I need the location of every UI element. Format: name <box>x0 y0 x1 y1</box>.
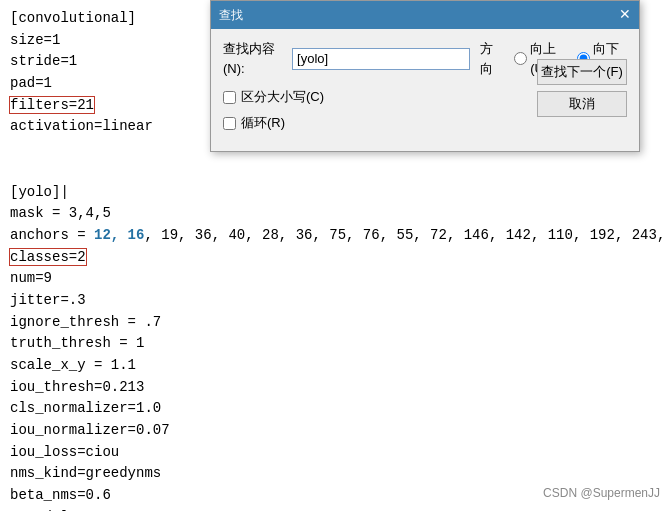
anchors-blue: 12, 16 <box>94 227 144 243</box>
code-line-8 <box>10 160 660 182</box>
code-line-15: ignore_thresh = .7 <box>10 312 660 334</box>
code-line-22: nms_kind=greedynms <box>10 463 660 485</box>
code-line-19: cls_normalizer=1.0 <box>10 398 660 420</box>
code-line-12: classes=2 <box>10 247 660 269</box>
radio-up-input[interactable] <box>514 52 527 65</box>
find-next-button[interactable]: 查找下一个(F) <box>537 59 627 85</box>
code-line-20: iou_normalizer=0.07 <box>10 420 660 442</box>
case-label: 区分大小写(C) <box>241 87 324 107</box>
find-dialog: 查找 ✕ 查找内容(N): 方向 向上(U) 向下(D) <box>210 0 640 152</box>
code-line-14: jitter=.3 <box>10 290 660 312</box>
search-label: 查找内容(N): <box>223 39 292 79</box>
direction-label: 方向 <box>480 39 502 79</box>
close-icon[interactable]: ✕ <box>619 4 631 26</box>
code-line-24: max_delta=5 <box>10 507 660 511</box>
loop-label: 循环(R) <box>241 113 285 133</box>
editor-area: [convolutional] size=1 stride=1 pad=1 fi… <box>0 0 670 511</box>
code-line-9: [yolo]| <box>10 182 660 204</box>
code-line-10: mask = 3,4,5 <box>10 203 660 225</box>
find-dialog-title-text: 查找 <box>219 6 243 25</box>
code-line-13: num=9 <box>10 268 660 290</box>
watermark-text: CSDN @SupermenJJ <box>543 486 660 500</box>
case-checkbox[interactable] <box>223 91 236 104</box>
classes-highlight: classes=2 <box>10 249 86 265</box>
filters-highlight: filters=21 <box>10 97 94 113</box>
search-input[interactable] <box>292 48 470 70</box>
code-line-11: anchors = 12, 16, 19, 36, 40, 28, 36, 75… <box>10 225 660 247</box>
cancel-button[interactable]: 取消 <box>537 91 627 117</box>
find-dialog-title: 查找 ✕ <box>211 1 639 29</box>
code-line-18: iou_thresh=0.213 <box>10 377 660 399</box>
code-line-17: scale_x_y = 1.1 <box>10 355 660 377</box>
watermark: CSDN @SupermenJJ <box>543 484 660 503</box>
code-line-21: iou_loss=ciou <box>10 442 660 464</box>
find-dialog-body: 查找内容(N): 方向 向上(U) 向下(D) <box>211 29 639 152</box>
code-line-16: truth_thresh = 1 <box>10 333 660 355</box>
loop-checkbox[interactable] <box>223 117 236 130</box>
